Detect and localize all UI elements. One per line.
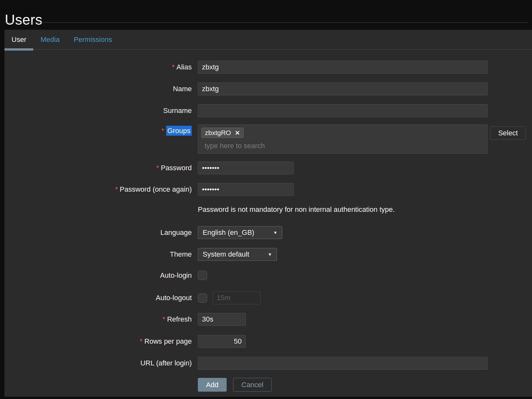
row-actions: Add Cancel: [4, 378, 532, 392]
group-chip: zbxtgRO ✕: [201, 128, 244, 138]
chip-remove-icon[interactable]: ✕: [235, 130, 240, 136]
url-label: URL (after login): [4, 357, 192, 370]
auto-login-checkbox[interactable]: [198, 271, 207, 280]
theme-label: Theme: [4, 248, 192, 261]
groups-multiselect[interactable]: zbxtgRO ✕ type here to search: [198, 124, 488, 154]
add-button[interactable]: Add: [198, 378, 227, 392]
row-theme: Theme System default ▼: [4, 248, 532, 261]
tab-permissions-label: Permissions: [74, 36, 112, 44]
tab-media[interactable]: Media: [33, 30, 67, 49]
password-hint-text: Password is not mandatory for non intern…: [198, 205, 395, 214]
name-input[interactable]: [198, 83, 488, 95]
password-label: *Password: [4, 162, 192, 174]
groups-label: *Groups: [4, 124, 192, 137]
surname-label: Surname: [4, 104, 192, 117]
theme-select[interactable]: System default ▼: [198, 248, 277, 261]
row-rows-per-page: *Rows per page: [4, 335, 532, 348]
auto-logout-label: Auto-logout: [4, 291, 192, 304]
theme-select-value: System default: [203, 250, 249, 259]
row-language: Language English (en_GB) ▼: [4, 226, 532, 239]
tab-user-label: User: [12, 36, 26, 44]
required-asterisk: *: [162, 315, 165, 323]
alias-label: *Alias: [4, 61, 192, 74]
row-url: URL (after login): [4, 357, 532, 370]
required-asterisk: *: [140, 337, 142, 345]
row-auto-login: Auto-login: [4, 271, 532, 280]
row-refresh: *Refresh: [4, 313, 532, 326]
title-divider: [4, 22, 528, 23]
auto-login-label: Auto-login: [4, 271, 192, 280]
groups-label-selected-text: Groups: [166, 126, 192, 136]
tab-permissions[interactable]: Permissions: [67, 30, 119, 49]
alias-input[interactable]: [198, 61, 488, 74]
tabbar: User Media Permissions: [4, 30, 532, 50]
password-input[interactable]: [198, 162, 294, 174]
row-password-hint: Password is not mandatory for non intern…: [4, 205, 532, 214]
page-title: Users: [5, 12, 42, 28]
cancel-button[interactable]: Cancel: [233, 378, 272, 392]
rows-per-page-label: *Rows per page: [4, 335, 192, 348]
refresh-input[interactable]: [198, 313, 246, 326]
rows-per-page-input[interactable]: [198, 335, 246, 348]
required-asterisk: *: [115, 185, 118, 193]
surname-input[interactable]: [198, 104, 488, 117]
row-groups: *Groups zbxtgRO ✕ type here to search Se…: [4, 124, 532, 154]
user-form-panel: User Media Permissions *Alias Name Surna…: [4, 30, 532, 397]
chevron-down-icon: ▼: [273, 230, 278, 235]
url-input[interactable]: [198, 357, 488, 370]
chevron-down-icon: ▼: [268, 252, 272, 257]
refresh-label: *Refresh: [4, 313, 192, 326]
row-password-again: *Password (once again): [4, 183, 532, 196]
name-label: Name: [4, 83, 192, 95]
row-auto-logout: Auto-logout: [4, 291, 532, 304]
row-password: *Password: [4, 162, 532, 174]
required-asterisk: *: [156, 164, 159, 172]
group-search-input[interactable]: type here to search: [205, 142, 265, 150]
row-alias: *Alias: [4, 61, 532, 74]
required-asterisk: *: [161, 127, 164, 135]
tab-user[interactable]: User: [4, 30, 33, 49]
row-name: Name: [4, 83, 532, 95]
password-again-input[interactable]: [198, 183, 294, 196]
required-asterisk: *: [172, 63, 175, 71]
password-again-label: *Password (once again): [4, 183, 192, 196]
language-select[interactable]: English (en_GB) ▼: [198, 226, 282, 239]
auto-logout-checkbox[interactable]: [198, 293, 207, 303]
language-label: Language: [4, 226, 192, 239]
group-chip-label: zbxtgRO: [205, 129, 231, 137]
auto-logout-period-input[interactable]: [213, 291, 261, 304]
tab-media-label: Media: [40, 36, 60, 44]
groups-select-button[interactable]: Select: [490, 126, 526, 140]
row-surname: Surname: [4, 104, 532, 117]
language-select-value: English (en_GB): [203, 228, 254, 237]
